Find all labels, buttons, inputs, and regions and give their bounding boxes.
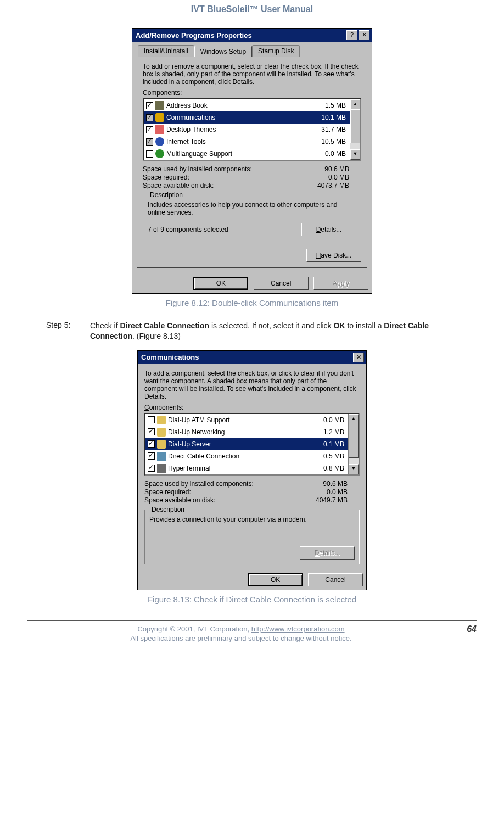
checkbox[interactable]: [148, 465, 155, 472]
description-group: Description Provides a connection to you…: [144, 510, 360, 564]
intro-text: To add or remove a component, select or …: [143, 63, 361, 86]
checkbox[interactable]: [148, 416, 155, 423]
close-icon[interactable]: ✕: [353, 353, 364, 362]
details-button[interactable]: Details...: [301, 223, 356, 236]
details-button: Details...: [300, 546, 355, 560]
tab-windows-setup[interactable]: Windows Setup: [194, 46, 252, 57]
space-required-value: 0.0 MB: [300, 174, 361, 181]
item-name: Dial-Up Server: [168, 440, 306, 448]
description-text: Includes accessories to help you connect…: [148, 201, 356, 220]
scroll-up-icon[interactable]: ▲: [349, 414, 359, 424]
space-used-value: 90.6 MB: [300, 165, 361, 173]
item-name: Dial-Up ATM Support: [168, 416, 306, 424]
item-name: Address Book: [166, 102, 307, 109]
intro-text: To add a component, select the check box…: [144, 370, 360, 400]
ico-folder-icon: [157, 428, 166, 437]
scroll-thumb[interactable]: [349, 424, 359, 458]
list-item[interactable]: Dial-Up Networking1.2 MB: [145, 426, 349, 438]
titlebar-text: Add/Remove Programs Properties: [136, 31, 252, 40]
document-title: IVT BlueSoleil™ User Manual: [27, 0, 477, 18]
checkbox[interactable]: [146, 102, 153, 109]
cancel-button[interactable]: Cancel: [254, 277, 309, 290]
list-item[interactable]: Desktop Themes31.7 MB: [144, 124, 350, 136]
ico-folder-icon: [157, 440, 166, 449]
list-item[interactable]: Direct Cable Connection0.5 MB: [145, 450, 349, 462]
space-required-label: Space required:: [143, 174, 300, 181]
components-selected-count: 7 of 9 components selected: [148, 226, 301, 233]
item-name: Desktop Themes: [166, 126, 307, 133]
list-item[interactable]: Dial-Up Server0.1 MB: [145, 438, 349, 450]
ico-book-icon: [155, 101, 164, 110]
ico-comm-icon: [155, 113, 164, 122]
list-item[interactable]: Address Book1.5 MB: [144, 99, 350, 111]
figure-caption-812: Figure 8.12: Double-click Communications…: [27, 298, 477, 307]
footer-link[interactable]: http://www.ivtcorporation.com: [251, 625, 345, 633]
components-label: Components:: [144, 404, 360, 411]
list-item[interactable]: Internet Tools10.5 MB: [144, 136, 350, 148]
description-text: Provides a connection to your computer v…: [149, 516, 355, 542]
item-size: 0.8 MB: [306, 465, 346, 472]
checkbox[interactable]: [146, 114, 153, 121]
item-size: 31.7 MB: [307, 126, 348, 133]
ok-button[interactable]: OK: [248, 573, 303, 586]
ok-button[interactable]: OK: [193, 277, 248, 290]
space-available-value: 4073.7 MB: [300, 182, 361, 189]
dialog-footer-buttons: OK Cancel Apply: [132, 272, 372, 293]
scroll-up-icon[interactable]: ▲: [350, 99, 360, 110]
components-label: Components:: [143, 89, 361, 97]
description-group: Description Includes accessories to help…: [143, 195, 361, 244]
page-footer: Copyright © 2001, IVT Corporation, http:…: [27, 620, 477, 644]
ico-net-icon: [157, 452, 166, 461]
step-body: Check if Direct Cable Connection is sele…: [90, 321, 458, 342]
panel-body: To add or remove a component, select or …: [137, 57, 367, 268]
item-size: 1.5 MB: [307, 102, 348, 109]
tab-startup-disk[interactable]: Startup Disk: [252, 45, 300, 57]
ico-ie-icon: [155, 137, 164, 146]
item-name: Dial-Up Networking: [168, 428, 306, 436]
tabs: Install/Uninstall Windows Setup Startup …: [132, 42, 372, 57]
list-item[interactable]: HyperTerminal0.8 MB: [145, 462, 349, 474]
checkbox[interactable]: [148, 452, 155, 460]
checkbox[interactable]: [148, 440, 155, 448]
scroll-thumb[interactable]: [350, 109, 360, 143]
cancel-button[interactable]: Cancel: [308, 573, 363, 586]
checkbox[interactable]: [148, 428, 155, 435]
list-item[interactable]: Dial-Up ATM Support0.0 MB: [145, 414, 349, 426]
ico-multi-icon: [155, 149, 164, 158]
checkbox[interactable]: [146, 138, 153, 146]
item-name: Internet Tools: [166, 138, 307, 146]
close-icon[interactable]: ✕: [359, 30, 369, 40]
titlebar-text: Communications: [141, 353, 199, 361]
ico-theme-icon: [155, 125, 164, 134]
item-name: Multilanguage Support: [166, 150, 307, 158]
space-required-label: Space required:: [144, 488, 298, 496]
list-item[interactable]: Communications10.1 MB: [144, 111, 350, 124]
tab-install-uninstall[interactable]: Install/Uninstall: [138, 45, 194, 57]
dialog-footer-buttons: OK Cancel: [138, 569, 366, 590]
components-listbox[interactable]: Dial-Up ATM Support0.0 MBDial-Up Network…: [144, 413, 360, 476]
scroll-down-icon[interactable]: ▼: [349, 464, 359, 474]
dialog-communications: Communications ✕ To add a component, sel…: [137, 350, 367, 590]
have-disk-button[interactable]: Have Disk...: [306, 249, 361, 262]
space-used-label: Space used by installed components:: [143, 165, 300, 173]
item-size: 10.1 MB: [307, 114, 348, 121]
item-name: HyperTerminal: [168, 465, 306, 472]
space-available-value: 4049.7 MB: [298, 496, 360, 504]
checkbox[interactable]: [146, 126, 153, 133]
titlebar: Add/Remove Programs Properties ? ✕: [132, 29, 372, 42]
apply-button: Apply: [313, 277, 368, 290]
help-icon[interactable]: ?: [346, 30, 357, 40]
list-item[interactable]: Multilanguage Support0.0 MB: [144, 148, 350, 160]
notice-text: All specifications are preliminary and s…: [130, 634, 351, 642]
space-used-value: 90.6 MB: [298, 480, 360, 488]
scrollbar[interactable]: ▲ ▼: [350, 99, 360, 160]
step-5: Step 5: Check if Direct Cable Connection…: [46, 321, 458, 342]
checkbox[interactable]: [146, 150, 153, 158]
scrollbar[interactable]: ▲ ▼: [348, 414, 359, 474]
components-listbox[interactable]: Address Book1.5 MBCommunications10.1 MBD…: [143, 98, 361, 161]
scroll-down-icon[interactable]: ▼: [350, 149, 360, 160]
item-size: 0.0 MB: [306, 416, 346, 424]
description-title: Description: [149, 506, 187, 513]
item-name: Direct Cable Connection: [168, 452, 306, 460]
item-size: 1.2 MB: [306, 428, 346, 436]
